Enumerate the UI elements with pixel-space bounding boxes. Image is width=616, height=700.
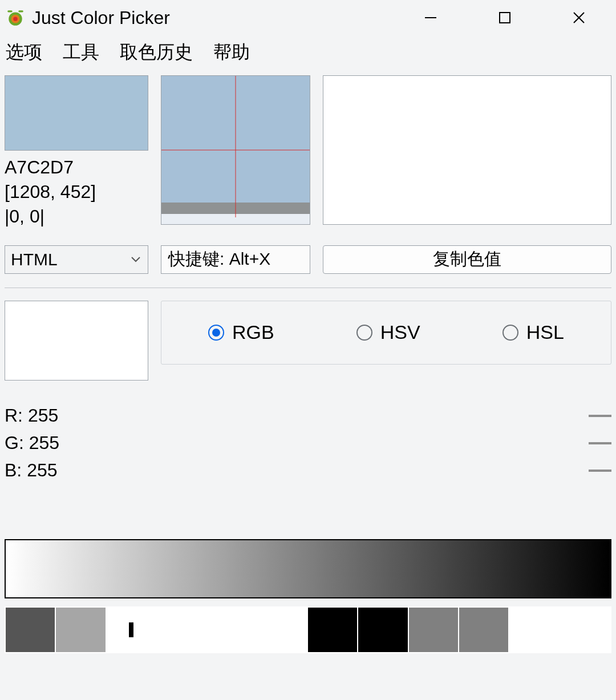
menu-help[interactable]: 帮助 [213,40,250,65]
channel-b-slider[interactable] [110,470,558,471]
current-color-swatch [5,75,148,151]
format-combo-value: HTML [11,250,58,269]
svg-rect-3 [7,10,13,12]
radio-rgb-label: RGB [232,321,274,343]
palette-swatch[interactable] [107,608,157,652]
palette-swatch[interactable] [308,608,358,652]
radio-icon [356,325,372,341]
color-mode-group: RGB HSV HSL [161,301,611,365]
palette-swatch[interactable] [409,608,459,652]
radio-icon [208,325,224,341]
app-icon [6,8,25,27]
svg-point-2 [13,17,17,21]
menu-tools[interactable]: 工具 [63,40,99,65]
coordinates-value: [1208, 452] [5,180,148,204]
channel-g-label: G: 255 [5,432,102,454]
titlebar: Just Color Picker [0,0,616,35]
hex-value: A7C2D7 [5,155,148,180]
minimize-button[interactable] [394,0,468,35]
palette-swatch[interactable] [6,608,56,652]
crosshair-horizontal [161,150,310,151]
slider-thumb-icon[interactable] [589,470,611,472]
magnifier-view [161,75,310,225]
palette-swatch[interactable] [358,608,408,652]
palette-swatch[interactable] [509,608,560,652]
palette-swatch[interactable] [56,608,106,652]
slider-thumb-icon[interactable] [589,442,611,444]
channel-b-label: B: 255 [5,460,102,481]
svg-rect-4 [18,10,23,12]
channel-r-label: R: 255 [5,405,102,426]
palette-cursor-icon [129,622,133,637]
gradient-strip[interactable] [5,539,611,598]
palette-strip[interactable] [5,606,611,653]
palette-swatch[interactable] [459,608,509,652]
close-button[interactable] [542,0,616,35]
chevron-down-icon [129,250,142,269]
menu-options[interactable]: 选项 [6,40,42,65]
menu-history[interactable]: 取色历史 [120,40,193,65]
divider [5,288,611,288]
radio-hsv-label: HSV [380,321,420,343]
hotkey-field-value: 快捷键: Alt+X [168,248,270,271]
slider-thumb-icon[interactable] [589,415,611,417]
channel-g-slider[interactable] [110,443,558,444]
delta-value: |0, 0| [5,204,148,229]
color-history-panel[interactable] [323,75,611,225]
menubar: 选项 工具 取色历史 帮助 [0,35,616,72]
svg-rect-6 [500,13,510,23]
copy-value-button[interactable]: 复制色值 [323,245,611,274]
channel-r-slider[interactable] [110,415,558,416]
window-title: Just Color Picker [32,7,170,29]
radio-rgb[interactable]: RGB [208,321,274,343]
copy-value-label: 复制色值 [433,248,501,271]
format-combo[interactable]: HTML [5,245,148,274]
radio-hsv[interactable]: HSV [356,321,420,343]
maximize-button[interactable] [468,0,542,35]
radio-hsl-label: HSL [526,321,564,343]
radio-icon [502,325,518,341]
palette-swatch[interactable] [207,608,257,652]
channel-sliders: R: 255 G: 255 B: 255 [5,402,611,484]
palette-swatch[interactable] [258,608,308,652]
radio-hsl[interactable]: HSL [502,321,564,343]
palette-swatch[interactable] [157,608,207,652]
hotkey-field[interactable]: 快捷键: Alt+X [161,245,310,274]
palette-swatch[interactable] [560,608,610,652]
crosshair-vertical [236,76,236,217]
edit-color-swatch [5,301,148,381]
